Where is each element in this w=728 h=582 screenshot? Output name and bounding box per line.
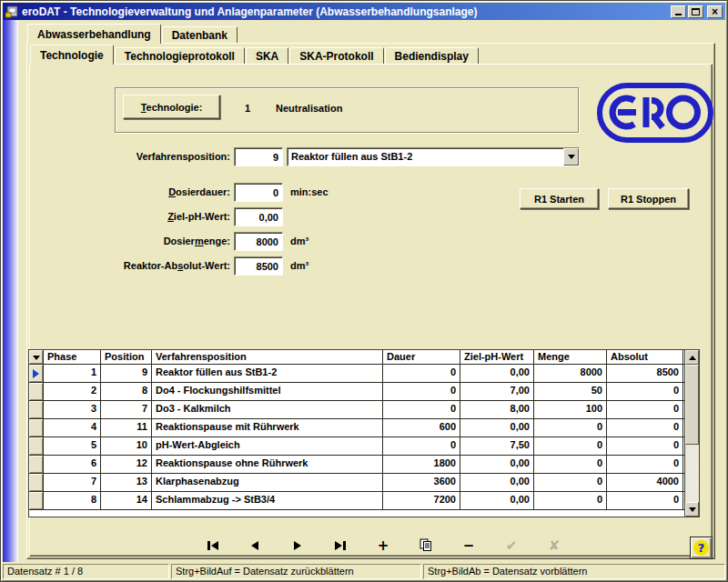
grid-cell[interactable]: 8	[101, 383, 152, 400]
first-record-button[interactable]	[199, 537, 225, 555]
verfahrensposition-input[interactable]	[234, 147, 283, 166]
subtab-technologie[interactable]: Technologie	[30, 45, 114, 65]
grid-cell[interactable]: 0	[383, 401, 460, 418]
grid-cell[interactable]: 7,50	[460, 437, 534, 455]
subtab-technologieprotokoll[interactable]: Technologieprotokoll	[115, 47, 245, 64]
prior-record-button[interactable]	[242, 537, 268, 555]
subtab-ska[interactable]: SKA	[246, 47, 288, 64]
dosiermenge-input[interactable]	[234, 232, 283, 251]
insert-record-button[interactable]: +	[370, 537, 396, 555]
grid-cell[interactable]: 100	[534, 401, 607, 418]
table-row: 510pH-Wert-Abgleich07,5000	[29, 437, 699, 456]
grid-cell[interactable]: Do3 - Kalkmilch	[152, 401, 383, 418]
grid-cell[interactable]: 14	[101, 492, 152, 509]
grid-cell[interactable]: Reaktor füllen aus StB1-2	[152, 365, 383, 382]
subtab-ska-protokoll[interactable]: SKA-Protokoll	[289, 47, 383, 64]
grid-cell[interactable]: 5	[44, 437, 101, 455]
r1-starten-button[interactable]: R1 Starten	[520, 188, 599, 209]
grid-cell[interactable]: 11	[101, 419, 152, 436]
grid-cell[interactable]: 8000	[534, 365, 607, 382]
grid-cell[interactable]: 7	[101, 401, 152, 418]
scrollbar-thumb[interactable]	[685, 365, 699, 445]
dosiermenge-unit: dm³	[290, 236, 308, 246]
grid-cell[interactable]: 0	[383, 437, 460, 455]
maximize-button[interactable]	[688, 5, 703, 18]
grid-cell[interactable]: 3600	[383, 474, 460, 491]
grid-cell[interactable]: 8	[44, 492, 101, 509]
grid-cell[interactable]: 10	[101, 437, 152, 455]
grid-cell[interactable]: Do4 - Flockungshilfsmittel	[152, 383, 383, 400]
grid-cell[interactable]: 7,00	[460, 383, 534, 400]
column-header-verfahrensposition[interactable]: Verfahrensposition	[152, 350, 383, 364]
help-button[interactable]: ?	[690, 537, 713, 559]
grid-cell[interactable]: 0	[607, 401, 683, 418]
grid-cell[interactable]: 50	[534, 383, 607, 400]
grid-cell[interactable]: 0	[383, 383, 460, 400]
grid-cell[interactable]: pH-Wert-Abgleich	[152, 437, 383, 455]
grid-corner-cell[interactable]	[29, 350, 44, 364]
column-header-position[interactable]: Position	[101, 350, 152, 364]
last-record-button[interactable]	[328, 537, 353, 555]
row-indicator	[29, 401, 44, 418]
next-record-button[interactable]	[285, 537, 310, 555]
grid-cell[interactable]: 2	[44, 383, 101, 400]
grid-cell[interactable]: 0	[534, 474, 607, 491]
grid-cell[interactable]: 0	[607, 437, 683, 455]
column-header-phase[interactable]: Phase	[44, 350, 101, 364]
grid-cell[interactable]: 0	[607, 383, 683, 400]
grid-cell[interactable]: 12	[101, 456, 152, 473]
grid-cell[interactable]: 0,00	[460, 456, 534, 473]
tab-datenbank[interactable]: Datenbank	[162, 26, 238, 43]
verfahrensposition-combobox[interactable]: Reaktor füllen aus StB1-2	[287, 147, 580, 166]
grid-cell[interactable]: 6	[44, 456, 101, 473]
column-header-ziel-ph-wert[interactable]: Ziel-pH-Wert	[460, 350, 534, 364]
column-header-absolut[interactable]: Absolut	[607, 350, 683, 364]
grid-cell[interactable]: 7200	[383, 492, 460, 509]
grid-cell[interactable]: 4000	[607, 474, 683, 491]
grid-cell[interactable]: 9	[101, 365, 152, 382]
column-header-dauer[interactable]: Dauer	[383, 350, 460, 364]
grid-cell[interactable]: 1800	[383, 456, 460, 473]
grid-cell[interactable]: 13	[101, 474, 152, 491]
subtab-bediendisplay[interactable]: Bediendisplay	[385, 47, 479, 64]
close-button[interactable]: ×	[707, 5, 723, 18]
grid-cell[interactable]: 0	[383, 365, 460, 382]
grid-cell[interactable]: 7	[44, 474, 101, 491]
grid-cell[interactable]: 0,00	[460, 365, 534, 382]
delete-record-button[interactable]: −	[456, 537, 481, 555]
grid-cell[interactable]: 3	[44, 401, 101, 418]
grid-cell[interactable]: 0	[534, 456, 607, 473]
dosierdauer-input[interactable]	[234, 183, 283, 202]
grid-cell[interactable]: Reaktionspause ohne Rührwerk	[152, 456, 383, 473]
scroll-down-button[interactable]	[685, 502, 699, 517]
vertical-scrollbar[interactable]	[684, 350, 699, 517]
grid-cell[interactable]: 0,00	[460, 419, 534, 436]
tab-abwasserbehandlung[interactable]: Abwasserbehandlung	[27, 24, 161, 44]
grid-cell[interactable]: 8,00	[460, 401, 534, 418]
minimize-button[interactable]	[671, 5, 686, 18]
grid-cell[interactable]: 600	[383, 419, 460, 436]
grid-cell[interactable]: Reaktionspause mit Rührwerk	[152, 419, 383, 436]
grid-cell[interactable]: 0	[607, 492, 683, 509]
grid-cell[interactable]: Klarphasenabzug	[152, 474, 383, 491]
grid-cell[interactable]: 0,00	[460, 492, 534, 509]
scroll-up-button[interactable]	[685, 350, 699, 365]
row-indicator	[29, 474, 44, 491]
grid-cell[interactable]: 4	[44, 419, 101, 436]
technologie-button[interactable]: Technologie:	[123, 95, 220, 119]
grid-cell[interactable]: 0	[607, 456, 683, 473]
column-header-menge[interactable]: Menge	[534, 350, 607, 364]
reaktor-absolut-input[interactable]	[234, 256, 283, 276]
copy-record-button[interactable]	[413, 537, 439, 555]
r1-stoppen-button[interactable]: R1 Stoppen	[608, 188, 689, 209]
grid-cell[interactable]: 0,00	[460, 474, 534, 491]
grid-cell[interactable]: 1	[44, 365, 101, 382]
grid-cell[interactable]: 8500	[607, 365, 683, 382]
chevron-down-icon[interactable]	[563, 148, 579, 166]
grid-cell[interactable]: Schlammabzug -> StB3/4	[152, 492, 383, 509]
grid-cell[interactable]: 0	[534, 492, 607, 509]
grid-cell[interactable]: 0	[534, 437, 607, 455]
grid-cell[interactable]: 0	[534, 419, 607, 436]
ziel-ph-input[interactable]	[234, 207, 283, 226]
grid-cell[interactable]: 0	[607, 419, 683, 436]
